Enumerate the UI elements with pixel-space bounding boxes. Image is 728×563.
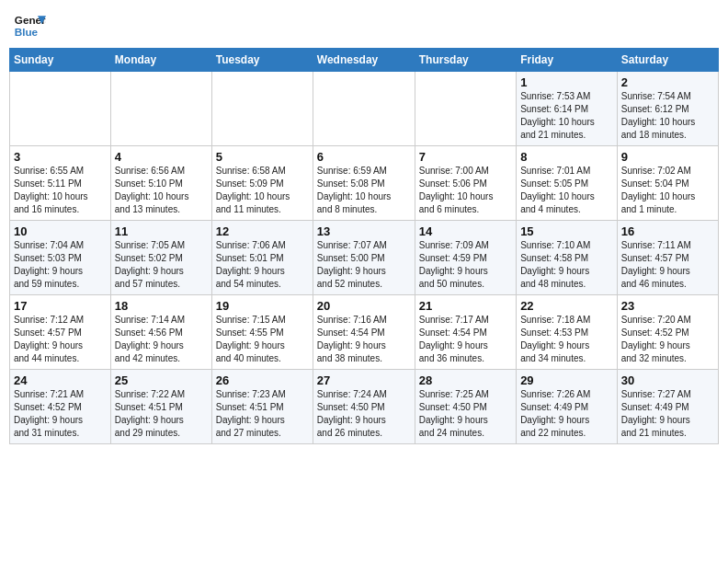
day-info: Sunrise: 7:05 AM Sunset: 5:02 PM Dayligh…: [115, 239, 208, 291]
day-info: Sunrise: 6:55 AM Sunset: 5:11 PM Dayligh…: [14, 165, 107, 216]
day-info: Sunrise: 7:09 AM Sunset: 4:59 PM Dayligh…: [419, 239, 512, 291]
day-info: Sunrise: 7:20 AM Sunset: 4:52 PM Dayligh…: [621, 314, 714, 365]
day-info: Sunrise: 7:24 AM Sunset: 4:50 PM Dayligh…: [317, 388, 411, 440]
day-number: 17: [14, 299, 107, 313]
day-info: Sunrise: 7:04 AM Sunset: 5:03 PM Dayligh…: [14, 239, 107, 291]
day-number: 13: [317, 224, 411, 238]
calendar-cell: 21Sunrise: 7:17 AM Sunset: 4:54 PM Dayli…: [415, 295, 516, 370]
day-info: Sunrise: 7:07 AM Sunset: 5:00 PM Dayligh…: [317, 239, 411, 291]
day-number: 4: [115, 150, 208, 164]
calendar-cell: [415, 72, 516, 146]
day-info: Sunrise: 6:58 AM Sunset: 5:09 PM Dayligh…: [216, 165, 309, 216]
day-info: Sunrise: 7:22 AM Sunset: 4:51 PM Dayligh…: [115, 388, 208, 440]
day-info: Sunrise: 7:00 AM Sunset: 5:06 PM Dayligh…: [419, 165, 512, 216]
calendar-cell: 15Sunrise: 7:10 AM Sunset: 4:58 PM Dayli…: [517, 221, 618, 295]
calendar-cell: 11Sunrise: 7:05 AM Sunset: 5:02 PM Dayli…: [110, 221, 211, 295]
day-info: Sunrise: 7:15 AM Sunset: 4:55 PM Dayligh…: [216, 314, 309, 365]
day-number: 26: [216, 373, 309, 387]
day-number: 15: [520, 224, 613, 238]
day-number: 14: [419, 224, 512, 238]
calendar-cell: 5Sunrise: 6:58 AM Sunset: 5:09 PM Daylig…: [211, 146, 313, 221]
logo-icon: General Blue: [13, 9, 46, 42]
calendar-week-5: 24Sunrise: 7:21 AM Sunset: 4:52 PM Dayli…: [10, 370, 719, 444]
day-number: 27: [317, 373, 411, 387]
calendar-cell: 29Sunrise: 7:26 AM Sunset: 4:49 PM Dayli…: [517, 370, 618, 444]
calendar-cell: 22Sunrise: 7:18 AM Sunset: 4:53 PM Dayli…: [517, 295, 618, 370]
calendar-cell: 17Sunrise: 7:12 AM Sunset: 4:57 PM Dayli…: [10, 295, 111, 370]
day-number: 5: [216, 150, 309, 164]
day-info: Sunrise: 7:27 AM Sunset: 4:49 PM Dayligh…: [621, 388, 714, 440]
day-number: 22: [520, 299, 613, 313]
calendar-cell: [313, 72, 415, 146]
day-number: 1: [520, 75, 613, 89]
calendar-cell: 20Sunrise: 7:16 AM Sunset: 4:54 PM Dayli…: [313, 295, 415, 370]
day-info: Sunrise: 7:02 AM Sunset: 5:04 PM Dayligh…: [621, 165, 714, 216]
day-number: 21: [419, 299, 512, 313]
day-number: 11: [115, 224, 208, 238]
day-info: Sunrise: 7:18 AM Sunset: 4:53 PM Dayligh…: [520, 314, 613, 365]
calendar-cell: 7Sunrise: 7:00 AM Sunset: 5:06 PM Daylig…: [415, 146, 516, 221]
day-info: Sunrise: 7:14 AM Sunset: 4:56 PM Dayligh…: [115, 314, 208, 365]
calendar-cell: 19Sunrise: 7:15 AM Sunset: 4:55 PM Dayli…: [211, 295, 313, 370]
day-info: Sunrise: 7:01 AM Sunset: 5:05 PM Dayligh…: [520, 165, 613, 216]
calendar-cell: 9Sunrise: 7:02 AM Sunset: 5:04 PM Daylig…: [617, 146, 718, 221]
day-info: Sunrise: 7:11 AM Sunset: 4:57 PM Dayligh…: [621, 239, 714, 291]
day-number: 16: [621, 224, 714, 238]
calendar-cell: 1Sunrise: 7:53 AM Sunset: 6:14 PM Daylig…: [517, 72, 618, 146]
day-info: Sunrise: 7:26 AM Sunset: 4:49 PM Dayligh…: [520, 388, 613, 440]
day-number: 12: [216, 224, 309, 238]
day-info: Sunrise: 7:21 AM Sunset: 4:52 PM Dayligh…: [14, 388, 107, 440]
day-info: Sunrise: 7:25 AM Sunset: 4:50 PM Dayligh…: [419, 388, 512, 440]
day-number: 3: [14, 150, 107, 164]
calendar-cell: 13Sunrise: 7:07 AM Sunset: 5:00 PM Dayli…: [313, 221, 415, 295]
weekday-header-monday: Monday: [110, 49, 211, 72]
day-info: Sunrise: 7:23 AM Sunset: 4:51 PM Dayligh…: [216, 388, 309, 440]
calendar-cell: 10Sunrise: 7:04 AM Sunset: 5:03 PM Dayli…: [10, 221, 111, 295]
day-number: 28: [419, 373, 512, 387]
calendar-cell: 30Sunrise: 7:27 AM Sunset: 4:49 PM Dayli…: [617, 370, 718, 444]
logo: General Blue: [13, 9, 46, 42]
calendar-cell: [211, 72, 313, 146]
calendar-cell: [110, 72, 211, 146]
calendar-table: SundayMondayTuesdayWednesdayThursdayFrid…: [9, 48, 719, 444]
day-number: 10: [14, 224, 107, 238]
calendar-cell: 18Sunrise: 7:14 AM Sunset: 4:56 PM Dayli…: [110, 295, 211, 370]
day-number: 19: [216, 299, 309, 313]
weekday-header-tuesday: Tuesday: [211, 49, 313, 72]
calendar-cell: 8Sunrise: 7:01 AM Sunset: 5:05 PM Daylig…: [517, 146, 618, 221]
calendar-cell: 12Sunrise: 7:06 AM Sunset: 5:01 PM Dayli…: [211, 221, 313, 295]
weekday-header-row: SundayMondayTuesdayWednesdayThursdayFrid…: [10, 49, 719, 72]
calendar-cell: 26Sunrise: 7:23 AM Sunset: 4:51 PM Dayli…: [211, 370, 313, 444]
calendar-cell: 3Sunrise: 6:55 AM Sunset: 5:11 PM Daylig…: [10, 146, 111, 221]
day-info: Sunrise: 7:12 AM Sunset: 4:57 PM Dayligh…: [14, 314, 107, 365]
day-number: 7: [419, 150, 512, 164]
weekday-header-saturday: Saturday: [617, 49, 718, 72]
day-number: 8: [520, 150, 613, 164]
calendar-week-4: 17Sunrise: 7:12 AM Sunset: 4:57 PM Dayli…: [10, 295, 719, 370]
calendar-cell: 23Sunrise: 7:20 AM Sunset: 4:52 PM Dayli…: [617, 295, 718, 370]
day-number: 9: [621, 150, 714, 164]
calendar-cell: 14Sunrise: 7:09 AM Sunset: 4:59 PM Dayli…: [415, 221, 516, 295]
weekday-header-thursday: Thursday: [415, 49, 516, 72]
calendar-week-3: 10Sunrise: 7:04 AM Sunset: 5:03 PM Dayli…: [10, 221, 719, 295]
day-number: 29: [520, 373, 613, 387]
day-number: 23: [621, 299, 714, 313]
day-info: Sunrise: 6:56 AM Sunset: 5:10 PM Dayligh…: [115, 165, 208, 216]
day-info: Sunrise: 7:54 AM Sunset: 6:12 PM Dayligh…: [621, 90, 714, 142]
calendar-week-1: 1Sunrise: 7:53 AM Sunset: 6:14 PM Daylig…: [10, 72, 719, 146]
calendar-cell: 6Sunrise: 6:59 AM Sunset: 5:08 PM Daylig…: [313, 146, 415, 221]
weekday-header-friday: Friday: [517, 49, 618, 72]
calendar-cell: 27Sunrise: 7:24 AM Sunset: 4:50 PM Dayli…: [313, 370, 415, 444]
day-info: Sunrise: 7:10 AM Sunset: 4:58 PM Dayligh…: [520, 239, 613, 291]
calendar-cell: 24Sunrise: 7:21 AM Sunset: 4:52 PM Dayli…: [10, 370, 111, 444]
day-info: Sunrise: 7:53 AM Sunset: 6:14 PM Dayligh…: [520, 90, 613, 142]
day-info: Sunrise: 6:59 AM Sunset: 5:08 PM Dayligh…: [317, 165, 411, 216]
calendar-cell: [10, 72, 111, 146]
calendar-cell: 28Sunrise: 7:25 AM Sunset: 4:50 PM Dayli…: [415, 370, 516, 444]
page-header: General Blue: [9, 9, 719, 42]
weekday-header-wednesday: Wednesday: [313, 49, 415, 72]
calendar-cell: 25Sunrise: 7:22 AM Sunset: 4:51 PM Dayli…: [110, 370, 211, 444]
calendar-cell: 4Sunrise: 6:56 AM Sunset: 5:10 PM Daylig…: [110, 146, 211, 221]
calendar-cell: 2Sunrise: 7:54 AM Sunset: 6:12 PM Daylig…: [617, 72, 718, 146]
day-number: 2: [621, 75, 714, 89]
